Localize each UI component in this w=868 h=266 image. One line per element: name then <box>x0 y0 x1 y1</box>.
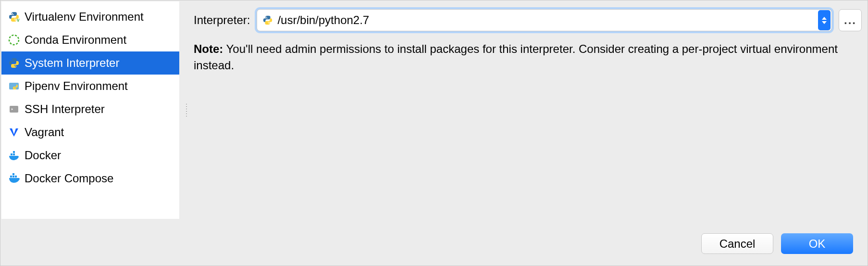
svg-rect-8 <box>12 176 14 177</box>
sidebar-item-label: Pipenv Environment <box>25 79 128 93</box>
python-venv-icon: v <box>8 11 20 23</box>
sidebar-item-label: Virtualenv Environment <box>25 10 144 24</box>
python-icon <box>8 57 20 69</box>
interpreter-value: /usr/bin/python2.7 <box>277 13 369 27</box>
sidebar-item-vagrant[interactable]: Vagrant <box>1 121 179 144</box>
ssh-icon <box>8 103 20 115</box>
conda-icon <box>8 34 20 46</box>
interpreter-type-sidebar: v Virtualenv Environment Conda Environme… <box>1 1 179 219</box>
svg-rect-9 <box>15 176 17 177</box>
svg-rect-5 <box>13 153 15 155</box>
sidebar-item-ssh[interactable]: SSH Interpreter <box>1 98 179 121</box>
docker-compose-icon <box>8 173 20 184</box>
svg-rect-3 <box>10 106 18 113</box>
sidebar-item-pipenv[interactable]: Pipenv Environment <box>1 75 179 98</box>
sidebar-item-label: SSH Interpreter <box>25 102 105 116</box>
sidebar-item-docker-compose[interactable]: Docker Compose <box>1 167 179 190</box>
dropdown-arrows-icon <box>818 10 831 30</box>
sidebar-item-conda[interactable]: Conda Environment <box>1 28 179 51</box>
note-body: You'll need admin permissions to install… <box>194 42 838 72</box>
note-text: Note: You'll need admin permissions to i… <box>194 41 862 73</box>
sidebar-item-docker[interactable]: Docker <box>1 144 179 167</box>
sidebar-splitter[interactable] <box>185 1 188 219</box>
sidebar-item-label: System Interpreter <box>25 56 119 70</box>
sidebar-item-system[interactable]: System Interpreter <box>1 51 179 75</box>
sidebar-item-label: Conda Environment <box>25 33 126 47</box>
pipenv-icon <box>8 80 20 92</box>
sidebar-item-label: Vagrant <box>25 126 64 139</box>
sidebar-item-virtualenv[interactable]: v Virtualenv Environment <box>1 5 179 28</box>
sidebar-item-label: Docker <box>25 149 61 162</box>
svg-rect-10 <box>12 173 14 175</box>
interpreter-dropdown[interactable]: /usr/bin/python2.7 <box>257 9 832 31</box>
svg-rect-6 <box>13 151 15 153</box>
docker-icon <box>8 150 20 161</box>
sidebar-item-label: Docker Compose <box>25 172 113 185</box>
svg-point-1 <box>9 35 19 45</box>
ok-button[interactable]: OK <box>781 233 853 254</box>
vagrant-icon <box>8 127 20 138</box>
svg-rect-4 <box>11 153 12 155</box>
python-icon <box>262 14 273 26</box>
cancel-button[interactable]: Cancel <box>701 233 773 254</box>
svg-text:v: v <box>17 17 20 23</box>
note-label: Note: <box>194 42 223 55</box>
svg-rect-7 <box>10 176 12 177</box>
dialog-buttons: Cancel OK <box>701 233 853 254</box>
browse-button[interactable]: ... <box>839 9 862 31</box>
main-panel: Interpreter: /usr/bin/python2.7 ... <box>194 1 867 265</box>
interpreter-label: Interpreter: <box>194 13 250 27</box>
